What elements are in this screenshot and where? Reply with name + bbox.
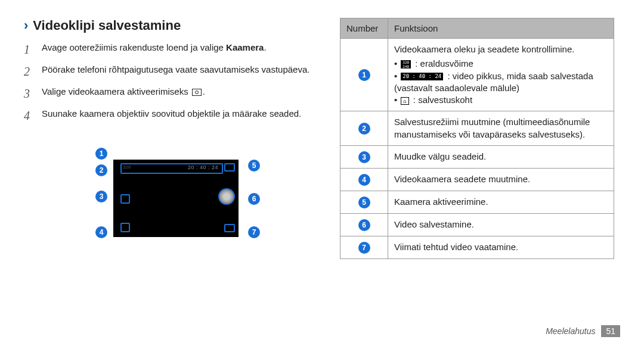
row-num-1: 1 [358,69,370,81]
chevron-icon: › [24,18,28,33]
footer-section: Meelelahutus [546,326,595,336]
callout-5: 5 [248,160,260,172]
row-num-2: 2 [358,123,370,135]
row-func-2: Salvestusrežiimi muutmine (multimeediasõ… [388,111,614,146]
settings-highlight [120,223,130,232]
row-func-5: Kaamera aktiveerimine. [388,191,614,213]
step-number: 4 [24,108,33,124]
table-row: 4 Videokaamera seadete muutmine. [340,168,614,191]
table-row: 3 Muudke välgu seadeid. [340,145,614,168]
step-1: 1 Avage ooterežiimis rakenduste loend ja… [24,42,310,58]
row-num-6: 6 [358,219,370,231]
play-highlight [224,224,235,232]
resolution-indicator: 320 [123,164,131,170]
row-func-7: Viimati tehtud video vaatamine. [388,236,614,258]
row-num-4: 4 [358,174,370,186]
step-4: 4 Suunake kaamera objektiiv soovitud obj… [24,108,310,124]
table-row: 6 Video salvestamine. [340,213,614,236]
function-table: Number Funktsioon 1 Videokaamera oleku j… [340,18,614,259]
row-func-1: Videokaamera oleku ja seadete kontrollim… [388,39,614,111]
row-func-3: Muudke välgu seadeid. [388,145,614,168]
callout-2: 2 [95,164,107,176]
table-row: 2 Salvestusrežiimi muutmine (multimeedia… [340,111,614,146]
right-column: Number Funktsioon 1 Videokaamera oleku j… [340,18,614,259]
row-func-4: Videokaamera seadete muutmine. [388,168,614,191]
row-num-5: 5 [358,197,370,208]
mode-highlight [224,163,235,172]
row-num-3: 3 [358,151,370,163]
table-row: 1 Videokaamera oleku ja seadete kontroll… [340,39,614,111]
step-3: 3 Valige videokaamera aktiveerimiseks . [24,86,310,102]
time-icon: 20 : 40 : 24 [401,73,443,80]
col-header-function: Funktsioon [388,18,614,39]
callout-7: 7 [248,226,260,238]
step-number: 3 [24,86,33,102]
page-number: 51 [601,325,620,337]
page-footer: Meelelahutus 51 [546,325,620,337]
phone-screen: 320 20 : 40 : 24 [113,160,239,237]
step-number: 2 [24,64,33,80]
col-header-number: Number [340,18,388,39]
callout-1: 1 [95,148,107,160]
callout-6: 6 [248,193,260,205]
table-row: 5 Kaamera aktiveerimine. [340,191,614,213]
record-highlight [218,188,235,205]
step-number: 1 [24,42,33,58]
callout-3: 3 [95,191,107,202]
left-column: › Videoklipi salvestamine 1 Avage ootere… [24,18,310,259]
step-2: 2 Pöörake telefoni rõhtpaigutusega vaate… [24,64,310,80]
section-title-text: Videoklipi salvestamine [33,18,181,33]
camera-switch-icon [192,89,202,96]
table-row: 7 Viimati tehtud video vaatamine. [340,236,614,258]
resolution-icon: 320240 [401,60,411,68]
step-text: Valige videokaamera aktiveerimiseks . [42,86,205,102]
flash-highlight [120,194,130,204]
step-text: Pöörake telefoni rõhtpaigutusega vaate s… [42,64,309,80]
row-func-6: Video salvestamine. [388,213,614,236]
step-text: Avage ooterežiimis rakenduste loend ja v… [42,42,267,58]
row-num-7: 7 [358,242,370,254]
storage-icon: ⌂ [401,97,408,105]
camcorder-diagram: 320 20 : 40 : 24 1 2 3 4 5 6 7 [72,136,274,255]
callout-4: 4 [95,226,107,238]
timecode-indicator: 20 : 40 : 24 [188,164,218,170]
step-text: Suunake kaamera objektiiv soovitud objek… [42,108,301,124]
section-title: › Videoklipi salvestamine [24,18,310,33]
